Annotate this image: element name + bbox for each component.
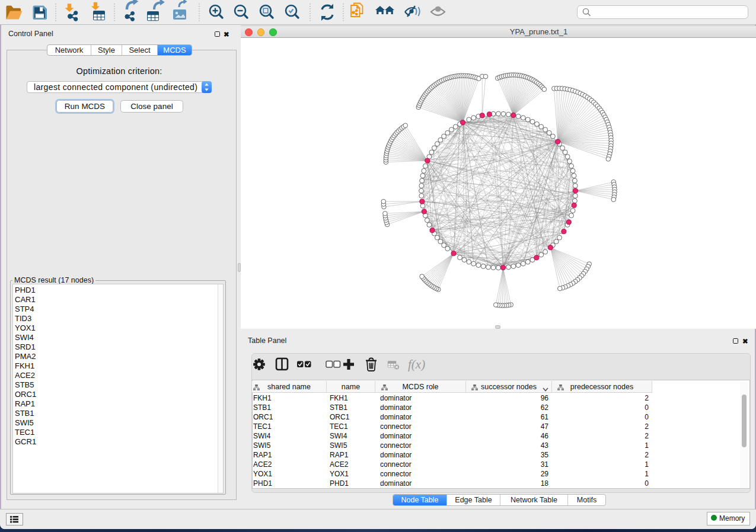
svg-text:f(x): f(x) xyxy=(408,357,425,371)
